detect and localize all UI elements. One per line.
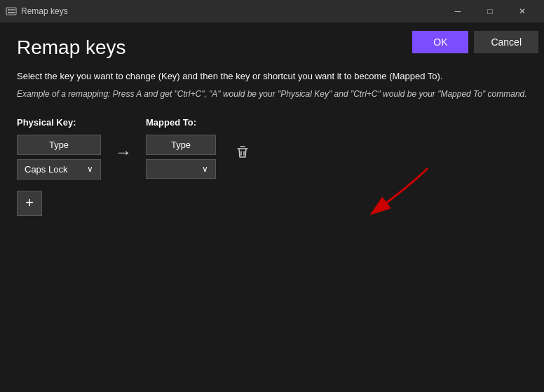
mapped-to-group: Mapped To: Type ∨ [146, 117, 216, 179]
add-button[interactable]: + [17, 191, 42, 216]
action-buttons: OK Cancel [412, 31, 538, 53]
minimize-button[interactable]: ─ [442, 0, 474, 22]
main-content: Remap keys Select the key you want to ch… [0, 22, 544, 230]
mapped-to-chevron: ∨ [202, 164, 208, 174]
arrow-container: → [101, 142, 146, 162]
mapped-to-dropdown[interactable]: ∨ [146, 159, 216, 179]
svg-rect-1 [8, 9, 10, 11]
cancel-button[interactable]: Cancel [474, 31, 538, 53]
physical-key-dropdown[interactable]: Caps Lock ∨ [17, 159, 101, 180]
delete-button[interactable] [230, 142, 255, 165]
svg-rect-3 [13, 9, 15, 11]
trash-icon [236, 145, 250, 159]
svg-rect-2 [11, 9, 13, 11]
close-button[interactable]: ✕ [506, 0, 538, 22]
description-text: Select the key you want to change (Key) … [17, 70, 527, 83]
title-bar-controls: ─ □ ✕ [442, 0, 538, 22]
title-bar-text: Remap keys [21, 6, 442, 16]
title-bar: Remap keys ─ □ ✕ [0, 0, 544, 22]
physical-key-value: Caps Lock [25, 164, 67, 175]
svg-rect-4 [8, 12, 15, 13]
mapping-section: Physical Key: Type Caps Lock ∨ → Mapped … [17, 117, 527, 180]
right-arrow-icon: → [115, 142, 132, 162]
example-text: Example of a remapping: Press A and get … [17, 88, 527, 100]
mapped-to-type-button[interactable]: Type [146, 135, 216, 155]
ok-button[interactable]: OK [412, 31, 468, 53]
mapped-to-label: Mapped To: [146, 117, 216, 128]
physical-key-chevron: ∨ [87, 164, 93, 174]
physical-key-type-button[interactable]: Type [17, 135, 101, 155]
physical-key-group: Physical Key: Type Caps Lock ∨ [17, 117, 101, 180]
svg-rect-0 [6, 8, 16, 15]
maximize-button[interactable]: □ [474, 0, 506, 22]
physical-key-label: Physical Key: [17, 117, 101, 128]
app-icon [6, 6, 17, 17]
